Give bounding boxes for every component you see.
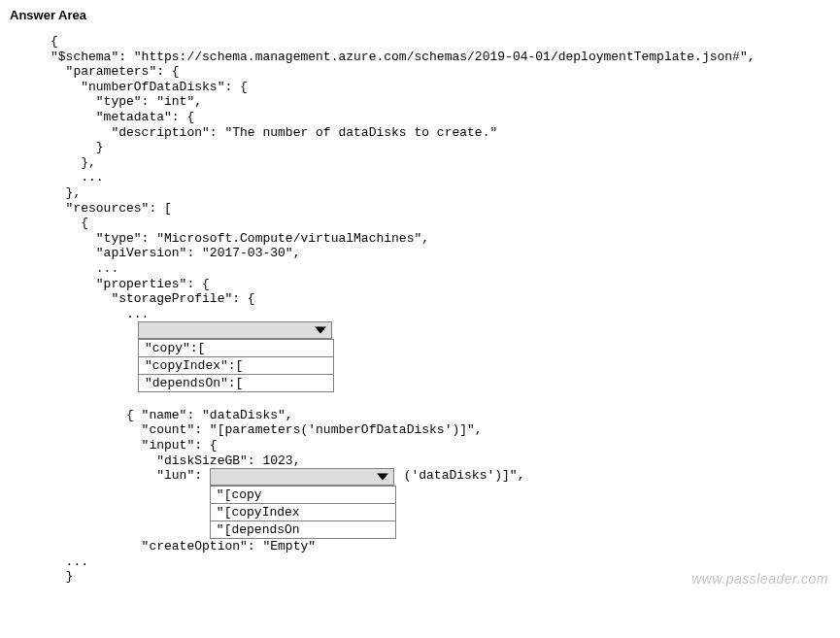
code-line: "parameters": { bbox=[50, 64, 830, 80]
code-line: "createOption": "Empty" bbox=[50, 539, 830, 554]
dropdown-option[interactable]: "[dependsOn bbox=[211, 520, 395, 538]
code-line: "type": "int", bbox=[50, 94, 830, 110]
code-line: { "name": "dataDisks", bbox=[50, 408, 830, 423]
code-line: "description": "The number of dataDisks … bbox=[50, 125, 830, 141]
code-line: "storageProfile": { bbox=[50, 291, 830, 307]
dropdown-option[interactable]: "[copy bbox=[211, 486, 395, 503]
code-line: }, bbox=[50, 185, 830, 201]
code-line: "count": "[parameters('numberOfDataDisks… bbox=[50, 422, 830, 438]
code-line: "lun": bbox=[50, 468, 210, 484]
dropdown-option[interactable]: "copy":[ bbox=[139, 339, 333, 356]
code-line: ('dataDisks')]", bbox=[396, 468, 525, 484]
code-line: }, bbox=[50, 155, 830, 171]
dropdown-options: "copy":[ "copyIndex":[ "dependsOn":[ bbox=[138, 339, 334, 392]
svg-marker-1 bbox=[377, 474, 388, 481]
code-line: ... bbox=[50, 554, 830, 570]
code-line: "numberOfDataDisks": { bbox=[50, 80, 830, 95]
arm-template-code: { "$schema": "https://schema.management.… bbox=[10, 34, 830, 585]
svg-marker-0 bbox=[315, 327, 326, 334]
code-line: "resources": [ bbox=[50, 201, 830, 217]
dropdown-selected[interactable] bbox=[138, 321, 332, 339]
dropdown-option[interactable]: "copyIndex":[ bbox=[139, 356, 333, 374]
copy-function-dropdown[interactable]: "copy":[ "copyIndex":[ "dependsOn":[ bbox=[138, 321, 334, 392]
watermark-text: www.passleader.com bbox=[691, 571, 828, 587]
chevron-down-icon bbox=[312, 322, 329, 338]
code-line: { bbox=[50, 216, 830, 231]
code-line: } bbox=[50, 140, 830, 155]
code-line: { bbox=[50, 34, 830, 50]
chevron-down-icon bbox=[374, 469, 391, 485]
code-line: "type": "Microsoft.Compute/virtualMachin… bbox=[50, 231, 830, 247]
code-line: "properties": { bbox=[50, 277, 830, 292]
code-line: "apiVersion": "2017-03-30", bbox=[50, 246, 830, 261]
code-line: "$schema": "https://schema.management.az… bbox=[50, 50, 830, 65]
dropdown-selected[interactable] bbox=[210, 468, 394, 486]
code-line: "input": { bbox=[50, 438, 830, 453]
dropdown-option[interactable]: "[copyIndex bbox=[211, 503, 395, 520]
code-line: ... bbox=[50, 170, 830, 185]
answer-area-heading: Answer Area bbox=[10, 8, 830, 22]
code-line bbox=[50, 392, 830, 408]
dropdown-options: "[copy "[copyIndex "[dependsOn bbox=[210, 486, 396, 539]
code-line: ... bbox=[50, 307, 830, 322]
lun-function-dropdown[interactable]: "[copy "[copyIndex "[dependsOn bbox=[210, 468, 396, 539]
code-line: "metadata": { bbox=[50, 110, 830, 125]
code-line: "diskSizeGB": 1023, bbox=[50, 453, 830, 469]
code-line: ... bbox=[50, 261, 830, 277]
dropdown-option[interactable]: "dependsOn":[ bbox=[139, 374, 333, 391]
